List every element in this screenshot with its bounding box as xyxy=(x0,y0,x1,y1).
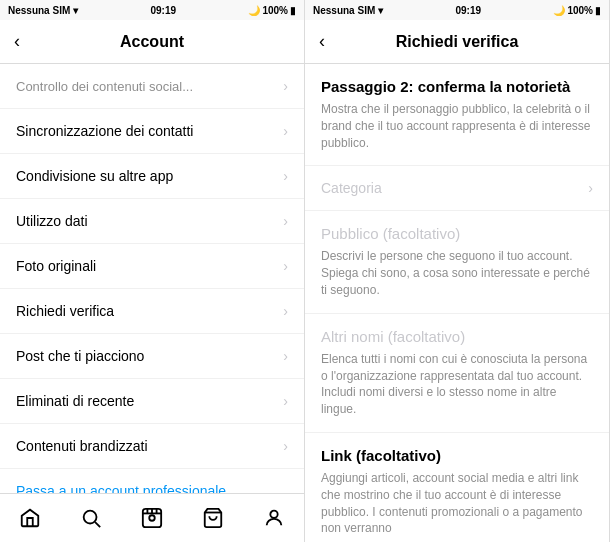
chevron-icon: › xyxy=(283,213,288,229)
pubblico-desc: Descrivi le persone che seguono il tuo a… xyxy=(321,248,593,298)
menu-item-brandizzati[interactable]: Contenuti brandizzati › xyxy=(0,424,304,469)
left-nav-header: ‹ Account xyxy=(0,20,304,64)
altri-nomi-title: Altri nomi (facoltativo) xyxy=(321,328,593,345)
left-menu-list: Controllo dei contenuti social... › Sinc… xyxy=(0,64,304,493)
left-panel: Nessuna SIM ▾ 09:19 🌙 100% ▮ ‹ Account C… xyxy=(0,0,305,542)
svg-point-3 xyxy=(149,515,155,521)
svg-line-1 xyxy=(95,522,100,527)
chevron-icon: › xyxy=(283,348,288,364)
step2-section: Passaggio 2: conferma la notorietà Mostr… xyxy=(305,64,609,166)
menu-item-condivisione[interactable]: Condivisione su altre app › xyxy=(0,154,304,199)
right-battery: 🌙 100% ▮ xyxy=(553,5,601,16)
link-desc: Aggiungi articoli, account social media … xyxy=(321,470,593,537)
right-status-bar: Nessuna SIM ▾ 09:19 🌙 100% ▮ xyxy=(305,0,609,20)
right-nav-header: ‹ Richiedi verifica xyxy=(305,20,609,64)
left-battery: 🌙 100% ▮ xyxy=(248,5,296,16)
left-bottom-nav xyxy=(0,493,304,542)
altri-nomi-section: Altri nomi (facoltativo) Elenca tutti i … xyxy=(305,314,609,433)
search-icon[interactable] xyxy=(71,498,111,538)
pubblico-section: Pubblico (facoltativo) Descrivi le perso… xyxy=(305,211,609,313)
chevron-icon: › xyxy=(283,123,288,139)
profile-icon[interactable] xyxy=(254,498,294,538)
menu-item-verifica[interactable]: Richiedi verifica › xyxy=(0,289,304,334)
categoria-field[interactable]: Categoria › xyxy=(305,166,609,211)
left-time: 09:19 xyxy=(150,5,176,16)
right-back-button[interactable]: ‹ xyxy=(315,27,329,56)
chevron-icon: › xyxy=(283,438,288,454)
chevron-icon: › xyxy=(283,78,288,94)
chevron-icon: › xyxy=(283,393,288,409)
menu-item-post[interactable]: Post che ti piacciono › xyxy=(0,334,304,379)
chevron-icon: › xyxy=(283,303,288,319)
right-page-title: Richiedi verifica xyxy=(396,33,519,51)
right-panel: Nessuna SIM ▾ 09:19 🌙 100% ▮ ‹ Richiedi … xyxy=(305,0,610,542)
menu-item-eliminati[interactable]: Eliminati di recente › xyxy=(0,379,304,424)
left-status-bar: Nessuna SIM ▾ 09:19 🌙 100% ▮ xyxy=(0,0,304,20)
chevron-icon: › xyxy=(283,258,288,274)
left-page-title: Account xyxy=(120,33,184,51)
left-carrier: Nessuna SIM ▾ xyxy=(8,5,78,16)
menu-item-sincronizzazione[interactable]: Sincronizzazione dei contatti › xyxy=(0,109,304,154)
right-panel-content: Passaggio 2: conferma la notorietà Mostr… xyxy=(305,64,609,542)
home-icon[interactable] xyxy=(10,498,50,538)
shop-icon[interactable] xyxy=(193,498,233,538)
step2-desc: Mostra che il personaggio pubblico, la c… xyxy=(321,101,593,151)
menu-item-utilizzo[interactable]: Utilizzo dati › xyxy=(0,199,304,244)
link-section: Link (facoltativo) Aggiungi articoli, ac… xyxy=(305,433,609,542)
altri-nomi-desc: Elenca tutti i nomi con cui è conosciuta… xyxy=(321,351,593,418)
chevron-icon: › xyxy=(588,180,593,196)
step2-title: Passaggio 2: conferma la notorietà xyxy=(321,78,593,95)
svg-point-0 xyxy=(84,511,97,524)
left-back-button[interactable]: ‹ xyxy=(10,27,24,56)
link-title: Link (facoltativo) xyxy=(321,447,593,464)
menu-item-foto[interactable]: Foto originali › xyxy=(0,244,304,289)
svg-point-9 xyxy=(270,511,277,518)
pubblico-title: Pubblico (facoltativo) xyxy=(321,225,593,242)
chevron-icon: › xyxy=(283,168,288,184)
menu-item-controllo[interactable]: Controllo dei contenuti social... › xyxy=(0,64,304,109)
right-time: 09:19 xyxy=(455,5,481,16)
right-carrier: Nessuna SIM ▾ xyxy=(313,5,383,16)
reels-icon[interactable] xyxy=(132,498,172,538)
menu-item-professionale1[interactable]: Passa a un account professionale xyxy=(0,469,304,493)
